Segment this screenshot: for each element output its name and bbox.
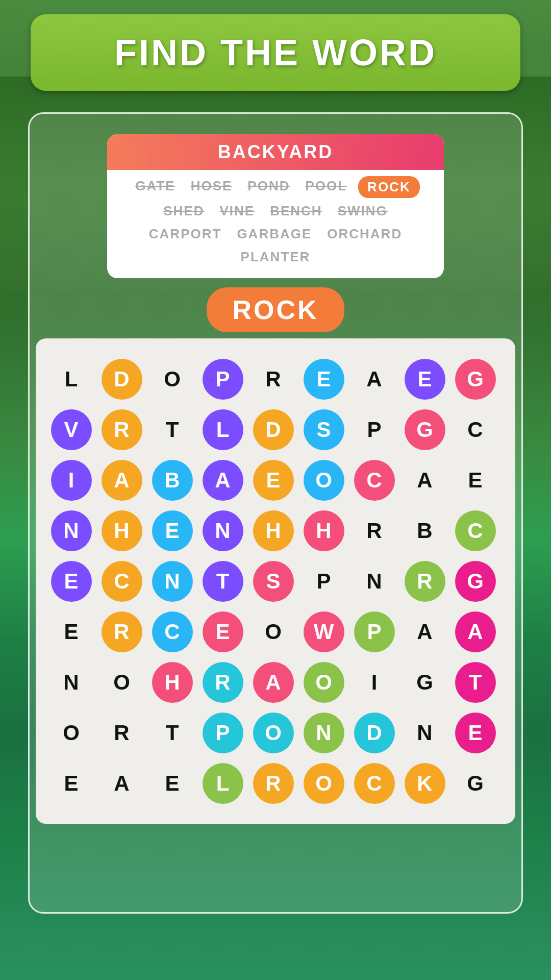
cell-5-5[interactable]: W <box>298 606 349 657</box>
word-bench[interactable]: BENCH <box>266 201 326 221</box>
cell-5-4[interactable]: O <box>248 606 298 657</box>
cell-6-5[interactable]: O <box>298 657 349 707</box>
cell-2-2[interactable]: B <box>147 455 197 505</box>
word-gate[interactable]: GATE <box>131 176 179 198</box>
cell-6-8[interactable]: T <box>450 657 500 707</box>
cell-6-6[interactable]: I <box>349 657 399 707</box>
cell-2-1[interactable]: A <box>96 455 147 505</box>
cell-3-5[interactable]: H <box>298 505 349 556</box>
cell-0-5[interactable]: E <box>298 354 349 404</box>
cell-5-8[interactable]: A <box>450 606 500 657</box>
cell-3-6[interactable]: R <box>349 505 399 556</box>
cell-0-6[interactable]: A <box>349 354 399 404</box>
cell-6-3[interactable]: R <box>197 657 248 707</box>
cell-2-4[interactable]: E <box>248 455 298 505</box>
cell-3-0[interactable]: N <box>46 505 96 556</box>
cell-1-5[interactable]: S <box>298 404 349 455</box>
cell-0-2[interactable]: O <box>147 354 197 404</box>
cell-4-8[interactable]: G <box>450 556 500 606</box>
letter-5-0: E <box>51 611 92 652</box>
cell-3-8[interactable]: C <box>450 505 500 556</box>
cell-7-0[interactable]: O <box>46 707 96 758</box>
letter-1-5: S <box>304 409 344 450</box>
cell-8-8[interactable]: G <box>450 758 500 808</box>
cell-2-6[interactable]: C <box>349 455 399 505</box>
cell-4-0[interactable]: E <box>46 556 96 606</box>
cell-1-8[interactable]: C <box>450 404 500 455</box>
cell-1-3[interactable]: L <box>197 404 248 455</box>
cell-7-8[interactable]: E <box>450 707 500 758</box>
cell-1-7[interactable]: G <box>399 404 450 455</box>
cell-7-6[interactable]: D <box>349 707 399 758</box>
cell-5-1[interactable]: R <box>96 606 147 657</box>
cell-4-1[interactable]: C <box>96 556 147 606</box>
cell-8-1[interactable]: A <box>96 758 147 808</box>
word-vine[interactable]: VINE <box>216 201 259 221</box>
cell-6-7[interactable]: G <box>399 657 450 707</box>
cell-1-2[interactable]: T <box>147 404 197 455</box>
cell-3-3[interactable]: N <box>197 505 248 556</box>
cell-6-0[interactable]: N <box>46 657 96 707</box>
word-hose[interactable]: HOSE <box>187 176 237 198</box>
letter-3-2: E <box>152 510 193 551</box>
cell-0-1[interactable]: D <box>96 354 147 404</box>
cell-4-5[interactable]: P <box>298 556 349 606</box>
cell-7-3[interactable]: P <box>197 707 248 758</box>
cell-0-8[interactable]: G <box>450 354 500 404</box>
cell-8-5[interactable]: O <box>298 758 349 808</box>
cell-2-5[interactable]: O <box>298 455 349 505</box>
word-garbage[interactable]: GARBAGE <box>233 224 316 244</box>
cell-5-2[interactable]: C <box>147 606 197 657</box>
cell-1-0[interactable]: V <box>46 404 96 455</box>
cell-4-4[interactable]: S <box>248 556 298 606</box>
letter-1-7: G <box>405 409 445 450</box>
cell-0-3[interactable]: P <box>197 354 248 404</box>
cell-6-1[interactable]: O <box>96 657 147 707</box>
cell-0-0[interactable]: L <box>46 354 96 404</box>
cell-1-6[interactable]: P <box>349 404 399 455</box>
cell-8-6[interactable]: C <box>349 758 399 808</box>
word-pool[interactable]: POOL <box>301 176 351 198</box>
word-shed[interactable]: SHED <box>159 201 208 221</box>
cell-1-1[interactable]: R <box>96 404 147 455</box>
cell-5-7[interactable]: A <box>399 606 450 657</box>
word-swing[interactable]: SWING <box>334 201 392 221</box>
cell-4-3[interactable]: T <box>197 556 248 606</box>
cell-4-7[interactable]: R <box>399 556 450 606</box>
cell-7-7[interactable]: N <box>399 707 450 758</box>
cell-3-1[interactable]: H <box>96 505 147 556</box>
word-rock[interactable]: ROCK <box>358 176 420 198</box>
word-carport[interactable]: CARPORT <box>145 224 226 244</box>
cell-8-7[interactable]: K <box>399 758 450 808</box>
cell-3-7[interactable]: B <box>399 505 450 556</box>
cell-5-3[interactable]: E <box>197 606 248 657</box>
cell-7-2[interactable]: T <box>147 707 197 758</box>
cell-8-2[interactable]: E <box>147 758 197 808</box>
cell-3-4[interactable]: H <box>248 505 298 556</box>
cell-2-3[interactable]: A <box>197 455 248 505</box>
cell-1-4[interactable]: D <box>248 404 298 455</box>
cell-8-3[interactable]: L <box>197 758 248 808</box>
cell-8-4[interactable]: R <box>248 758 298 808</box>
word-planter[interactable]: PLANTER <box>237 247 315 267</box>
cell-4-2[interactable]: N <box>147 556 197 606</box>
letter-8-3: L <box>203 763 243 804</box>
cell-7-1[interactable]: R <box>96 707 147 758</box>
cell-6-4[interactable]: A <box>248 657 298 707</box>
cell-5-0[interactable]: E <box>46 606 96 657</box>
cell-2-7[interactable]: A <box>399 455 450 505</box>
cell-2-0[interactable]: I <box>46 455 96 505</box>
current-word-badge: ROCK <box>207 287 344 332</box>
word-orchard[interactable]: ORCHARD <box>323 224 406 244</box>
cell-7-4[interactable]: O <box>248 707 298 758</box>
cell-3-2[interactable]: E <box>147 505 197 556</box>
cell-4-6[interactable]: N <box>349 556 399 606</box>
word-pond[interactable]: POND <box>243 176 294 198</box>
cell-8-0[interactable]: E <box>46 758 96 808</box>
cell-5-6[interactable]: P <box>349 606 399 657</box>
cell-2-8[interactable]: E <box>450 455 500 505</box>
cell-7-5[interactable]: N <box>298 707 349 758</box>
cell-0-4[interactable]: R <box>248 354 298 404</box>
cell-6-2[interactable]: H <box>147 657 197 707</box>
cell-0-7[interactable]: E <box>399 354 450 404</box>
